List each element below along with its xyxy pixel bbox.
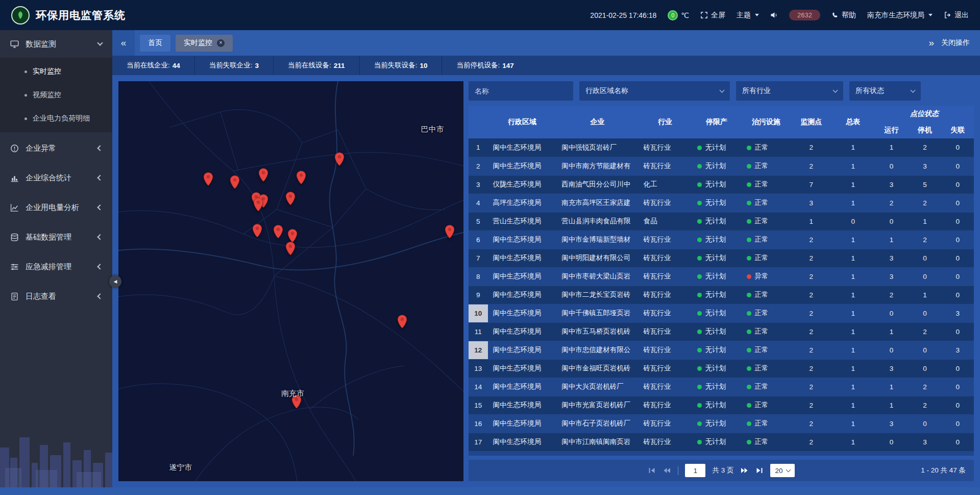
- table-row-5[interactable]: 5营山生态环境局营山县润丰肉食品有限食品无计划正常10010: [469, 212, 974, 230]
- cell-stop: 0: [908, 359, 941, 378]
- map-panel[interactable]: 巴中市南充市遂宁市: [118, 81, 463, 481]
- map-collapse-button[interactable]: ◀: [109, 275, 121, 288]
- sidebar-item-5[interactable]: 应急减排管理: [0, 253, 112, 280]
- table-row-10[interactable]: 10阆中生态环境局阆中千佛镇五郎垭页岩砖瓦行业无计划正常21003: [469, 304, 974, 322]
- org-dropdown[interactable]: 南充市生态环境局: [867, 11, 933, 20]
- caret-down-icon: [928, 14, 933, 16]
- sidebar-item-3[interactable]: 企业用电量分析: [0, 194, 112, 221]
- sidebar-subitem-0-1[interactable]: 视频监控: [0, 83, 112, 107]
- map-pin-3[interactable]: [296, 171, 306, 185]
- cell-company: 营山县润丰肉食品有限: [556, 212, 638, 230]
- cell-points: 1: [791, 212, 831, 230]
- cell-index: 11: [469, 322, 488, 341]
- fullscreen-button[interactable]: 全屏: [700, 11, 725, 20]
- map-pin-4[interactable]: [334, 152, 345, 167]
- page-size-select[interactable]: 20: [770, 464, 794, 477]
- table-row-3[interactable]: 3仪陇生态环境局西南油气田分公司川中化工无计划正常71350: [469, 175, 974, 194]
- status-dot-green-icon: [697, 440, 702, 444]
- status-filter-select[interactable]: 所有状态: [849, 81, 921, 101]
- table-row-8[interactable]: 8阆中生态环境局阆中市枣碧大梁山页岩砖瓦行业无计划异常21300: [469, 267, 974, 286]
- page-number-input[interactable]: [685, 464, 705, 477]
- cell-points: 2: [791, 414, 831, 433]
- status-dot-green-icon: [747, 256, 751, 261]
- map-pin-12[interactable]: [285, 242, 296, 256]
- table-row-18[interactable]: 18南部生态环境局南部县鑫泰建材有限公砖瓦行业无计划正常21030: [469, 451, 974, 456]
- tabs-scroll-left-button[interactable]: «: [112, 30, 135, 56]
- sidebar-group-4: 基础数据管理: [0, 223, 112, 251]
- table-row-14[interactable]: 14阆中生态环境局阆中大兴页岩机砖厂砖瓦行业无计划正常21120: [469, 378, 974, 396]
- cell-index: 14: [469, 378, 488, 396]
- map-pin-8[interactable]: [285, 192, 296, 206]
- map-pin-9[interactable]: [252, 224, 262, 238]
- sidebar-item-6[interactable]: 日志查看: [0, 282, 112, 310]
- help-button[interactable]: 帮助: [831, 11, 856, 20]
- next-page-button[interactable]: [740, 466, 749, 475]
- first-page-button[interactable]: [648, 466, 656, 475]
- last-page-button[interactable]: [755, 466, 764, 475]
- cell-index: 1: [469, 138, 488, 157]
- name-filter-input[interactable]: [469, 81, 573, 101]
- map-pin-7[interactable]: [253, 198, 263, 212]
- cell-lost: 0: [942, 286, 974, 304]
- sidebar-item-4[interactable]: 基础数据管理: [0, 223, 112, 251]
- total-pages-label: 共 3 页: [712, 466, 733, 475]
- table-row-17[interactable]: 17阆中生态环境局阆中市江南镇阆南页岩砖瓦行业无计划正常21030: [469, 433, 974, 451]
- table-row-2[interactable]: 2阆中生态环境局阆中市南方节能建材有砖瓦行业无计划正常21030: [469, 157, 974, 175]
- cell-company: 阆中市光富页岩机砖厂: [556, 396, 638, 414]
- cell-facility: 异常: [742, 267, 791, 286]
- industry-filter-select[interactable]: 所有行业: [736, 81, 843, 101]
- sidebar-item-1[interactable]: 企业异常: [0, 134, 112, 162]
- stats-icon: [10, 174, 19, 182]
- table-row-11[interactable]: 11阆中生态环境局阆中市五马桥页岩机砖砖瓦行业无计划正常21120: [469, 322, 974, 341]
- map-pin-0[interactable]: [203, 172, 213, 186]
- cell-meters: 1: [831, 359, 875, 378]
- status-dot-green-icon: [747, 366, 751, 371]
- announcement-button[interactable]: [770, 11, 778, 19]
- tabs-scroll-right-button[interactable]: »: [928, 37, 934, 49]
- cell-meters: 1: [831, 433, 875, 451]
- cell-industry: 砖瓦行业: [639, 451, 692, 456]
- close-operations-dropdown[interactable]: 关闭操作: [941, 38, 970, 48]
- table-row-13[interactable]: 13阆中生态环境局阆中市金福旺页岩机砖砖瓦行业无计划正常21300: [469, 359, 974, 378]
- map-pin-1[interactable]: [230, 175, 240, 190]
- sidebar-item-0[interactable]: 数据监测: [0, 30, 112, 58]
- status-dot-green-icon: [697, 219, 702, 224]
- footer-strip: [0, 487, 980, 495]
- logout-button[interactable]: 退出: [944, 11, 969, 20]
- map-pin-13[interactable]: [445, 225, 455, 239]
- table-row-1[interactable]: 1阆中生态环境局阆中强锐页岩砖厂砖瓦行业无计划正常21120: [469, 138, 974, 157]
- table-row-12[interactable]: 12阆中生态环境局阆中市忠信建材有限公砖瓦行业无计划正常21003: [469, 341, 974, 359]
- region-filter-select[interactable]: 行政区域名称: [579, 81, 730, 101]
- cell-limit: 无计划: [692, 286, 742, 304]
- table-row-15[interactable]: 15阆中生态环境局阆中市光富页岩机砖厂砖瓦行业无计划正常21120: [469, 396, 974, 414]
- prev-page-button[interactable]: [663, 466, 671, 475]
- tab-0[interactable]: 首页: [140, 35, 170, 52]
- table-row-7[interactable]: 7阆中生态环境局阆中明阳建材有限公司砖瓦行业无计划正常21300: [469, 249, 974, 267]
- chevron-down-icon: [720, 88, 725, 93]
- map-pin-11[interactable]: [287, 229, 298, 243]
- theme-dropdown[interactable]: 主题: [737, 11, 759, 20]
- cell-company: 阆中市枣碧大梁山页岩: [556, 267, 638, 286]
- status-dot-red-icon: [747, 274, 751, 279]
- notice-count-badge[interactable]: 2632: [789, 10, 820, 20]
- map-pin-10[interactable]: [273, 225, 283, 239]
- temperature: 0 ℃: [668, 10, 689, 20]
- cell-stop: 2: [908, 230, 941, 249]
- map-pin-2[interactable]: [258, 168, 268, 182]
- table-row-16[interactable]: 16阆中生态环境局阆中市石子页岩机砖厂砖瓦行业无计划正常21300: [469, 414, 974, 433]
- table-row-4[interactable]: 4高坪生态环境局南充市高坪区王家店建砖瓦行业无计划正常31220: [469, 194, 974, 212]
- brand: 环保用电监管系统: [11, 6, 126, 25]
- close-icon[interactable]: ×: [217, 39, 225, 47]
- tab-list: 首页实时监控×: [140, 35, 233, 52]
- cell-region: 阆中生态环境局: [488, 433, 557, 451]
- table-row-6[interactable]: 6阆中生态环境局阆中市金博瑞新型墙材砖瓦行业无计划正常21120: [469, 230, 974, 249]
- sidebar-item-2[interactable]: 企业综合统计: [0, 164, 112, 192]
- cell-limit: 无计划: [692, 322, 742, 341]
- sidebar-subitem-0-0[interactable]: 实时监控: [0, 60, 112, 83]
- tab-1[interactable]: 实时监控×: [176, 35, 233, 52]
- map-pin-14[interactable]: [397, 315, 407, 329]
- tabbar-right: » 关闭操作: [928, 37, 980, 49]
- status-dot-green-icon: [747, 182, 751, 187]
- sidebar-subitem-0-2[interactable]: 企业电力负荷明细: [0, 107, 112, 130]
- table-row-9[interactable]: 9阆中生态环境局阆中市二龙长宝页岩砖砖瓦行业无计划正常21210: [469, 286, 974, 304]
